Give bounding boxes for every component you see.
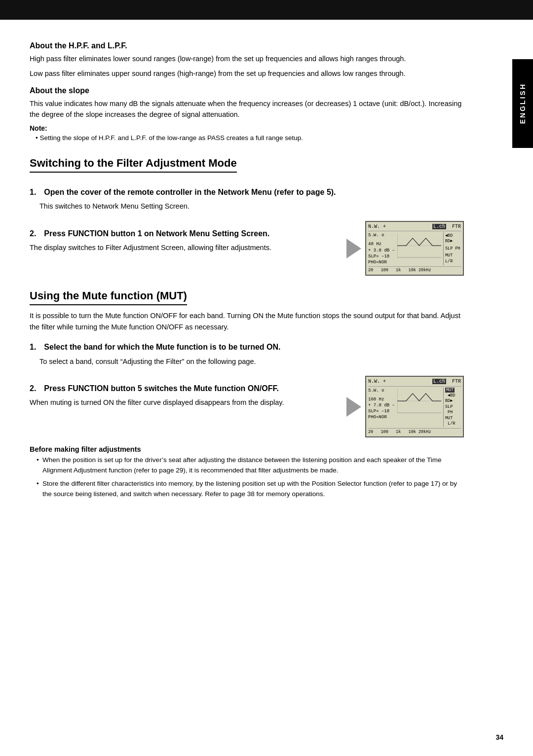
lcd2-lch-label: L.ch FTR — [432, 378, 461, 385]
lcd1-40hz: 40 Hz — [368, 241, 395, 247]
mute-step2-body: When muting is turned ON the filter curv… — [30, 397, 337, 408]
main-content: About the H.P.F. and L.P.F. High pass fi… — [0, 20, 494, 522]
mute-section: Using the Mute function (MUT) It is poss… — [30, 289, 464, 500]
hpf-lpf-section: About the H.P.F. and L.P.F. High pass fi… — [30, 41, 464, 79]
lcd1-content: S.W. o 40 Hz + 3.0 dB – SLP= –18 PHO=NOR — [368, 232, 461, 265]
mute-heading: Using the Mute function (MUT) — [30, 289, 187, 305]
lcd1-lch-label: L.ch FTR — [432, 223, 461, 230]
mute-step1-heading: 1. Select the band for which the Mute fu… — [30, 341, 464, 353]
lcd2-lch: L.ch — [432, 379, 446, 384]
lcd2-top-row: N.W. + L.ch FTR — [368, 378, 461, 387]
lcd2-pho: PHO=NOR — [368, 414, 395, 420]
lcd2-content: S.W. o 160 Hz + 7.0 dB – SLP= –18 PHO=NO… — [368, 388, 461, 427]
lcd1-freq-labels: 20 100 1k 10k 20kHz — [368, 268, 431, 273]
lcd2-160hz: 160 Hz — [368, 396, 395, 402]
lcd1-lch: L.ch — [432, 224, 446, 229]
before-filter-bullet2: Store the different filter characteristi… — [37, 479, 464, 500]
page-container: ENGLISH About the H.P.F. and L.P.F. High… — [0, 0, 533, 756]
lcd2-right-btns: MUT ◄BD BD► SLP PH MUT L/R — [443, 388, 461, 427]
lcd1-slp-btn: SLP PH — [445, 246, 461, 252]
lcd1-bottom-row: 20 100 1k 10k 20kHz — [368, 266, 461, 273]
arrow-icon-2 — [346, 397, 361, 417]
slope-note-text: Setting the slope of H.P.F. and L.P.F. o… — [36, 133, 464, 143]
arrow-icon — [346, 239, 361, 258]
lcd-screen-1: N.W. + L.ch FTR S.W. o 40 Hz + 3.0 dB – — [365, 221, 464, 276]
page-number: 34 — [495, 733, 503, 741]
lcd2-slp: SLP= –18 — [368, 408, 395, 414]
filter-step1-body: This switches to Network Menu Setting Sc… — [39, 201, 464, 212]
filter-step1-heading: 1. Open the cover of the remote controll… — [30, 186, 464, 198]
slope-section: About the slope This value indicates how… — [30, 86, 464, 143]
hpf-lpf-heading: About the H.P.F. and L.P.F. — [30, 41, 464, 50]
lcd2-bottom-row: 20 100 1k 10k 20kHz — [368, 428, 461, 435]
lcd2-7db: + 7.0 dB – — [368, 402, 395, 408]
mute-step2-container: 2. Press FUNCTION button 5 switches the … — [30, 374, 464, 437]
lcd2-sw: S.W. o — [368, 388, 395, 394]
lcd2-graph-svg — [397, 388, 441, 415]
filter-mode-section: Switching to the Filter Adjustment Mode … — [30, 157, 464, 276]
language-label: ENGLISH — [519, 83, 527, 124]
lcd2-mut-lr-btn: MUT L/R — [445, 416, 461, 427]
filter-mode-heading: Switching to the Filter Adjustment Mode — [30, 157, 237, 173]
before-filter-subhead: Before making filter adjustments — [30, 445, 464, 453]
lcd1-3db: + 3.0 dB – — [368, 248, 395, 253]
slope-body: This value indicates how many dB the sig… — [30, 98, 464, 120]
mute-lcd-image-col: N.W. + L.ch FTR S.W. o 160 Hz + 7.0 dB – — [346, 376, 464, 437]
lcd1-top-row: N.W. + L.ch FTR — [368, 223, 461, 232]
top-bar — [0, 0, 533, 20]
mute-step2-text: 2. Press FUNCTION button 5 switches the … — [30, 374, 337, 412]
lcd2-left: S.W. o 160 Hz + 7.0 dB – SLP= –18 PHO=NO… — [368, 388, 395, 427]
language-side-tab: ENGLISH — [512, 59, 533, 148]
lcd1-right-btns: ◄BD BD► SLP PH MUT L/R — [443, 232, 461, 265]
lcd1-left: S.W. o 40 Hz + 3.0 dB – SLP= –18 PHO=NOR — [368, 232, 395, 265]
lcd1-mut-btn: MUT L/R — [445, 253, 461, 264]
filter-step2-heading: 2. Press FUNCTION button 1 on Network Me… — [30, 228, 337, 239]
lcd2-freq-labels: 20 100 1k 10k 20kHz — [368, 430, 431, 435]
lcd1-graph — [397, 232, 441, 265]
lcd2-nw-label: N.W. + — [368, 378, 386, 385]
mute-step2-heading: 2. Press FUNCTION button 5 switches the … — [30, 383, 337, 394]
lcd2-mute-highlight: MUT ◄BD BD► — [445, 388, 461, 404]
lcd1-bd-btn: ◄BD BD► — [445, 233, 461, 245]
lcd1-sw: S.W. o — [368, 232, 395, 238]
filter-lcd-image-col: N.W. + L.ch FTR S.W. o 40 Hz + 3.0 dB – — [346, 221, 464, 276]
filter-step2-container: 2. Press FUNCTION button 1 on Network Me… — [30, 219, 464, 276]
lcd1-nw-label: N.W. + — [368, 223, 386, 230]
lcd-screen-2: N.W. + L.ch FTR S.W. o 160 Hz + 7.0 dB – — [365, 376, 464, 437]
hpf-lpf-para1: High pass filter eliminates lower sound … — [30, 53, 464, 64]
lcd1-slp: SLP= –18 — [368, 253, 395, 259]
lcd1-graph-svg — [397, 232, 441, 259]
filter-step2-body: The display switches to Filter Adjustmen… — [30, 242, 337, 253]
before-filter-bullet1: When the position is set up for the driv… — [37, 455, 464, 476]
lcd2-mute-label: MUT — [445, 388, 455, 393]
hpf-lpf-para2: Low pass filter eliminates upper sound r… — [30, 68, 464, 79]
mute-step1-body: To select a band, consult “Adjusting the… — [39, 356, 464, 367]
slope-heading: About the slope — [30, 86, 464, 95]
lcd2-slp-btn: SLP PH — [445, 404, 461, 416]
lcd2-graph — [397, 388, 441, 427]
mute-body: It is possible to turn the Mute function… — [30, 310, 464, 332]
lcd1-pho: PHO=NOR — [368, 259, 395, 265]
note-label: Note: — [30, 124, 464, 132]
filter-step2-text: 2. Press FUNCTION button 1 on Network Me… — [30, 219, 337, 257]
